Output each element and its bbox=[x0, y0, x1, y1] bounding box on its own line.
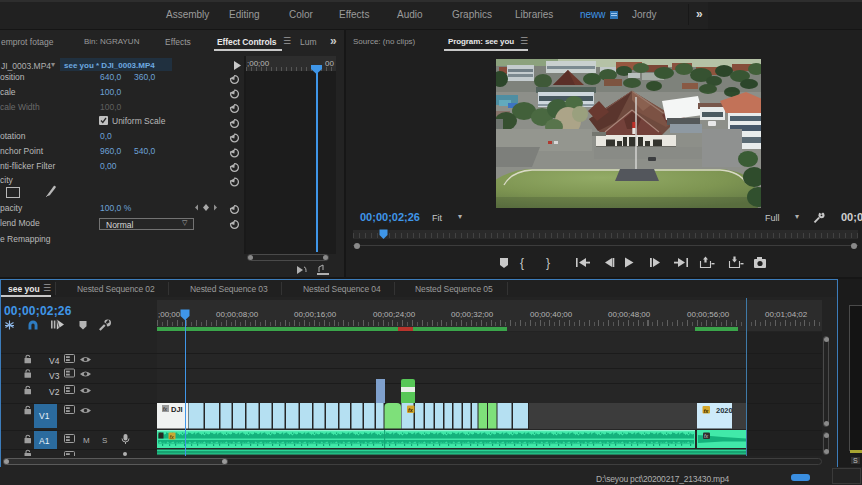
svg-text:{: { bbox=[520, 256, 524, 270]
svg-text:}: } bbox=[546, 256, 550, 270]
